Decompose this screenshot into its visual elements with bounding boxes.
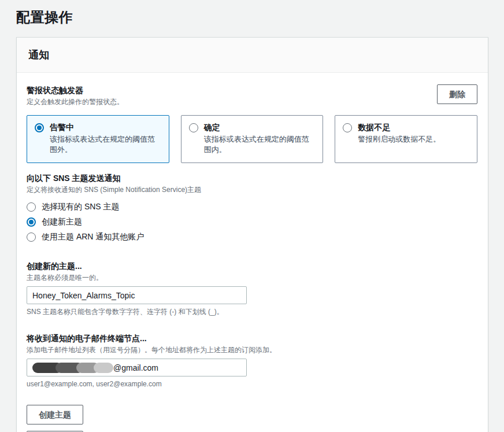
radio-label: 创建新主题 <box>42 216 82 227</box>
topic-label: 创建新的主题... <box>27 260 477 272</box>
email-description: 添加电子邮件地址列表（用逗号分隔）。每个地址都将作为上述主题的订阅添加。 <box>27 345 477 355</box>
redacted-email-blob <box>32 363 113 373</box>
radio-selected-icon[interactable] <box>27 217 36 227</box>
email-endpoints-input[interactable]: @gmail.com <box>27 359 247 376</box>
email-example: user1@example.com, user2@example.com <box>27 379 477 389</box>
tile-insufficient-data[interactable]: 数据不足 警报刚启动或数据不足。 <box>335 115 477 163</box>
tile-texts: 确定 该指标或表达式在规定的阈值范围内。 <box>204 122 316 155</box>
radio-select-existing-topic[interactable]: 选择现有的 SNS 主题 <box>27 199 477 214</box>
tile-title: 告警中 <box>50 122 161 133</box>
trigger-label: 警报状态触发器 <box>27 84 124 96</box>
tile-title: 数据不足 <box>358 122 469 133</box>
sns-description: 定义将接收通知的 SNS (Simple Notification Servic… <box>27 185 477 194</box>
topic-description: 主题名称必须是唯一的。 <box>27 273 477 282</box>
radio-create-new-topic[interactable]: 创建新主题 <box>27 214 477 229</box>
topic-field-group: 创建新的主题... 主题名称必须是唯一的。 SNS 主题名称只能包含字母数字字符… <box>27 260 477 316</box>
radio-label: 选择现有的 SNS 主题 <box>42 201 120 212</box>
sns-radio-group: 选择现有的 SNS 主题 创建新主题 使用主题 ARN 通知其他账户 <box>27 199 477 244</box>
radio-unselected-icon[interactable] <box>27 232 36 242</box>
tile-texts: 告警中 该指标或表达式在规定的阈值范围外。 <box>50 122 161 155</box>
radio-label: 使用主题 ARN 通知其他账户 <box>42 231 144 242</box>
notification-panel: 通知 警报状态触发器 定义会触发此操作的警报状态。 删除 告警中 该指标或表达式… <box>16 37 488 432</box>
tile-description: 该指标或表达式在规定的阈值范围内。 <box>204 134 316 155</box>
tile-description: 警报刚启动或数据不足。 <box>358 134 469 145</box>
configure-actions-page: 配置操作 通知 警报状态触发器 定义会触发此操作的警报状态。 删除 告警中 该指… <box>0 0 504 432</box>
sns-label: 向以下 SNS 主题发送通知 <box>27 172 477 184</box>
page-title: 配置操作 <box>0 0 504 27</box>
trigger-header-row: 警报状态触发器 定义会触发此操作的警报状态。 删除 <box>27 84 477 106</box>
tile-title: 确定 <box>204 122 316 133</box>
panel-actions: 创建主题 添加通知 <box>27 405 477 432</box>
panel-header: 通知 <box>17 38 488 73</box>
delete-button[interactable]: 删除 <box>437 84 477 104</box>
create-topic-button[interactable]: 创建主题 <box>27 405 83 424</box>
tile-ok[interactable]: 确定 该指标或表达式在规定的阈值范围内。 <box>181 115 324 163</box>
radio-unselected-icon[interactable] <box>343 123 352 132</box>
topic-name-input[interactable] <box>27 286 247 304</box>
alarm-state-tiles: 告警中 该指标或表达式在规定的阈值范围外。 确定 该指标或表达式在规定的阈值范围… <box>27 115 477 163</box>
panel-title: 通知 <box>28 48 476 62</box>
sns-section: 向以下 SNS 主题发送通知 定义将接收通知的 SNS (Simple Noti… <box>27 172 477 244</box>
radio-selected-icon[interactable] <box>35 123 44 132</box>
email-visible-value: @gmail.com <box>113 363 158 372</box>
radio-unselected-icon[interactable] <box>27 202 36 212</box>
tile-texts: 数据不足 警报刚启动或数据不足。 <box>358 122 469 155</box>
email-field-group: 将收到通知的电子邮件终端节点... 添加电子邮件地址列表（用逗号分隔）。每个地址… <box>27 333 477 389</box>
tile-description: 该指标或表达式在规定的阈值范围外。 <box>50 134 161 155</box>
trigger-description: 定义会触发此操作的警报状态。 <box>27 97 124 106</box>
topic-constraint: SNS 主题名称只能包含字母数字字符、连字符 (-) 和下划线 (_)。 <box>27 307 477 316</box>
email-label: 将收到通知的电子邮件终端节点... <box>27 333 477 344</box>
radio-unselected-icon[interactable] <box>189 123 198 132</box>
tile-in-alarm[interactable]: 告警中 该指标或表达式在规定的阈值范围外。 <box>27 115 169 163</box>
trigger-label-block: 警报状态触发器 定义会触发此操作的警报状态。 <box>27 84 124 106</box>
panel-body: 警报状态触发器 定义会触发此操作的警报状态。 删除 告警中 该指标或表达式在规定… <box>17 73 488 432</box>
radio-use-topic-arn[interactable]: 使用主题 ARN 通知其他账户 <box>27 229 477 244</box>
